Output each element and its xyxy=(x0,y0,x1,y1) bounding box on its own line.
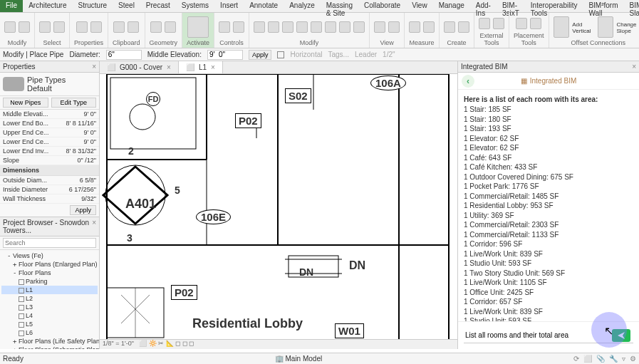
tree-item[interactable]: - Views (Fe) xyxy=(1,251,98,260)
ribbon-view[interactable]: View xyxy=(370,13,405,48)
tree-item[interactable]: L6 xyxy=(1,328,98,337)
room-line: 1 Café Kitchen: 433 SF xyxy=(464,162,633,172)
tree-item[interactable]: + Floor Plans (Schematic Plan) xyxy=(1,345,98,349)
prop-row[interactable]: Upper End Ce...9' 0" xyxy=(0,128,99,137)
close-icon[interactable]: × xyxy=(92,63,96,71)
brand-label: Integrated BIM xyxy=(530,77,577,85)
ribbon-externaltools[interactable]: External Tools xyxy=(474,13,509,48)
menu-bimformwall[interactable]: BIM²form Wall xyxy=(583,0,623,12)
ribbon-measure[interactable]: Measure xyxy=(405,13,440,48)
menu-architecture[interactable]: Architecture xyxy=(23,0,72,12)
ribbon-create[interactable]: Create xyxy=(440,13,474,48)
plan-label: P02 xyxy=(171,285,197,300)
tree-item[interactable]: L2 xyxy=(1,294,98,303)
tree-item[interactable]: + Floor Plans (Life Safety Plan) xyxy=(1,337,98,345)
lock-icon[interactable] xyxy=(277,51,284,58)
chat-input[interactable] xyxy=(464,328,633,343)
plan-label: DN xyxy=(299,266,313,278)
tree-item[interactable]: L4 xyxy=(1,311,98,320)
apply-button[interactable]: Apply xyxy=(249,50,272,60)
prop-row[interactable]: Inside Diameter6 17/256" xyxy=(0,185,99,194)
newpipes-button[interactable]: New Pipes xyxy=(3,98,48,108)
tree-item[interactable]: L1 xyxy=(1,286,98,294)
ribbon-activate[interactable]: Activate xyxy=(182,13,214,48)
ribbon-modify[interactable]: Modify xyxy=(249,13,370,48)
ribbon-offsetconnections[interactable]: Add VerticalChange SlopeOffset Connectio… xyxy=(549,13,639,48)
brand-icon: ▦ xyxy=(521,77,527,85)
midelev-label: Middle Elevation: xyxy=(147,51,202,58)
close-icon[interactable]: × xyxy=(167,63,171,71)
menu-manage[interactable]: Manage xyxy=(433,0,470,12)
room-line: 1 Stair: 180 SF xyxy=(464,115,633,125)
menu-file[interactable]: File xyxy=(0,0,23,12)
send-button[interactable] xyxy=(612,329,630,342)
ribbon-controls[interactable]: Controls xyxy=(214,13,249,48)
menu-bimsixt[interactable]: BIM-3sixT xyxy=(497,0,525,12)
ribbon-modify[interactable]: Modify xyxy=(0,13,35,48)
status-icons[interactable]: ⟳⬜📎🔧▿⚙ xyxy=(573,355,636,363)
menu-collaborate[interactable]: Collaborate xyxy=(358,0,406,12)
tree-item[interactable]: - Floor Plans xyxy=(1,269,98,277)
browser-title: Project Browser - Snowdon Towers... × xyxy=(0,217,99,236)
prop-row[interactable]: Outside Diam...6 5/8" xyxy=(0,176,99,185)
room-line: 1 Studio Unit: 593 SF xyxy=(464,259,633,269)
search-input[interactable] xyxy=(3,238,96,248)
room-line: 1 Outdoor Covered Dining: 675 SF xyxy=(464,172,633,182)
ibim-title-text: Integrated BIM xyxy=(461,63,508,71)
prop-row[interactable]: Lower End Inv...8' 8 31/32" xyxy=(0,147,99,156)
menu-structure[interactable]: Structure xyxy=(72,0,113,12)
doc-tab[interactable]: ⬜L1× xyxy=(179,61,223,73)
drawing-canvas[interactable]: 106AS02P02A401106EP02DNDNW01FD253Residen… xyxy=(100,74,457,339)
prop-row[interactable]: Middle Elevati...9' 0" xyxy=(0,110,99,119)
horizontal-label: Horizontal xyxy=(290,51,322,58)
ribbon-clipboard[interactable]: Clipboard xyxy=(108,13,145,48)
menu-systems[interactable]: Systems xyxy=(176,0,214,12)
plan-label: P02 xyxy=(235,113,261,128)
close-icon[interactable]: × xyxy=(92,219,96,234)
doc-tab[interactable]: ⬜G000 - Cover× xyxy=(100,61,179,73)
room-line: 1 Live/Work Unit: 839 SF xyxy=(464,249,633,259)
menu-massingsite[interactable]: Massing & Site xyxy=(321,0,358,12)
main-model-label[interactable]: 🏢 Main Model xyxy=(275,355,322,363)
ribbon-properties[interactable]: Properties xyxy=(70,13,108,48)
menu-bimformslab[interactable]: BIM²form Slab xyxy=(624,0,639,12)
tree-item[interactable]: + Floor Plans (Enlarged Plan) xyxy=(1,260,98,269)
menu-insert[interactable]: Insert xyxy=(214,0,244,12)
type-selector[interactable]: Pipe Types Default xyxy=(0,73,99,96)
ribbon-geometry[interactable]: Geometry xyxy=(145,13,183,48)
menu-bar: FileArchitectureStructureSteelPrecastSys… xyxy=(0,0,639,13)
ribbon-select[interactable]: Select xyxy=(35,13,70,48)
menu-interoperabilitytools[interactable]: Interoperability Tools xyxy=(525,0,583,12)
menu-view[interactable]: View xyxy=(406,0,433,12)
tags-label[interactable]: Tags... xyxy=(328,51,348,58)
tree-item[interactable]: L3 xyxy=(1,303,98,311)
scale-label[interactable]: 1/8" = 1'-0" xyxy=(103,340,134,347)
tree-item[interactable]: Parking xyxy=(1,277,98,286)
diameter-input[interactable] xyxy=(106,50,142,60)
leader-label: Leader xyxy=(355,51,377,58)
browser-title-text: Project Browser - Snowdon Towers... xyxy=(3,219,92,234)
prop-row[interactable]: Lower End Ce...9' 0" xyxy=(0,137,99,147)
close-icon[interactable]: × xyxy=(632,63,636,71)
prop-row[interactable]: Lower End Bo...8' 8 11/16" xyxy=(0,119,99,128)
prop-row[interactable]: Slope0" /12" xyxy=(0,156,99,165)
menu-steel[interactable]: Steel xyxy=(113,0,140,12)
room-line: 1 Commercial/Retail: 1485 SF xyxy=(464,192,633,202)
menu-addins[interactable]: Add-Ins xyxy=(470,0,497,12)
menu-annotate[interactable]: Annotate xyxy=(244,0,284,12)
plan-label: 3 xyxy=(127,232,133,244)
ribbon-placementtools[interactable]: Placement Tools xyxy=(509,13,549,48)
props-apply-button[interactable]: Apply xyxy=(70,205,96,215)
view-control-bar[interactable]: 1/8" = 1'-0" ⬜ 🔆 ✂ 📐 ◻ ◻ ◻ xyxy=(100,339,457,349)
plan-label: S02 xyxy=(285,88,311,103)
tree-item[interactable]: L5 xyxy=(1,320,98,328)
room-line: 1 Corridor: 657 SF xyxy=(464,297,633,307)
close-icon[interactable]: × xyxy=(211,63,215,71)
prop-row[interactable]: Wall Thickness9/32" xyxy=(0,194,99,204)
menu-analyze[interactable]: Analyze xyxy=(284,0,321,12)
room-line: 1 Café: 643 SF xyxy=(464,153,633,163)
back-icon[interactable]: ‹ xyxy=(462,75,474,88)
menu-precast[interactable]: Precast xyxy=(140,0,176,12)
midelev-input[interactable] xyxy=(207,50,243,60)
edittype-button[interactable]: Edit Type xyxy=(51,98,97,108)
